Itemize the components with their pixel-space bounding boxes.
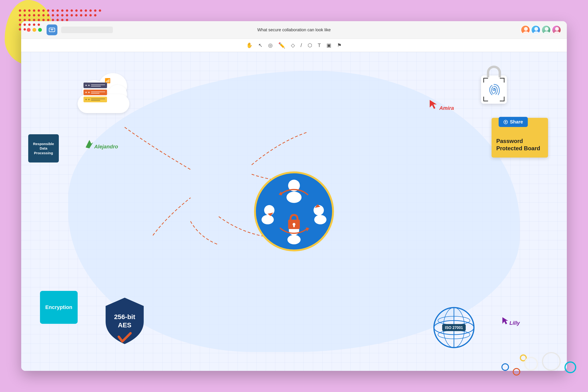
scan-corner-br bbox=[500, 97, 504, 101]
svg-point-30 bbox=[75, 14, 78, 16]
svg-text:ISO 27001: ISO 27001 bbox=[445, 326, 463, 330]
svg-point-59 bbox=[545, 27, 548, 31]
cursor-lilly-container: Lilly bbox=[502, 316, 520, 326]
lock-body bbox=[481, 76, 507, 104]
avatar-4 bbox=[552, 25, 561, 34]
pen-tool[interactable]: ✏️ bbox=[278, 42, 285, 49]
lilly-name: Lilly bbox=[510, 320, 520, 326]
globe-container: ISO 27001 bbox=[430, 304, 478, 352]
svg-point-1 bbox=[24, 10, 26, 12]
cursor-tool[interactable]: ↖ bbox=[258, 42, 262, 48]
svg-point-39 bbox=[38, 19, 40, 21]
svg-marker-91 bbox=[430, 100, 437, 109]
fingerprint-badge bbox=[478, 76, 510, 113]
svg-point-38 bbox=[33, 19, 35, 21]
scan-corner-tl bbox=[483, 78, 488, 82]
svg-point-66 bbox=[288, 235, 300, 244]
highlighter-tool[interactable]: ◇ bbox=[291, 42, 295, 48]
svg-point-15 bbox=[90, 10, 92, 12]
svg-point-70 bbox=[314, 215, 326, 224]
svg-point-4 bbox=[38, 10, 40, 12]
lock-shackle bbox=[487, 66, 501, 77]
frame-tool[interactable]: ▣ bbox=[326, 42, 332, 48]
rdp-box: Responsible Data Processing bbox=[28, 134, 59, 162]
deco-circle-cyan bbox=[564, 362, 576, 373]
amira-label: Amira bbox=[439, 105, 454, 111]
ppb-title: Password Protected Board bbox=[496, 137, 543, 152]
svg-marker-93 bbox=[502, 317, 508, 324]
svg-point-62 bbox=[554, 31, 560, 34]
svg-point-14 bbox=[85, 10, 87, 12]
canvas-area[interactable]: 📶 Responsible Data Processing bbox=[21, 52, 567, 371]
avatar-2 bbox=[531, 25, 540, 34]
svg-point-2 bbox=[28, 10, 30, 12]
svg-point-61 bbox=[555, 27, 559, 31]
share-icon bbox=[503, 120, 508, 124]
svg-point-9 bbox=[61, 10, 64, 12]
shape-tool[interactable]: ⬡ bbox=[308, 42, 312, 48]
cursor-alejandro-container: Alejandro bbox=[85, 139, 118, 150]
svg-point-42 bbox=[52, 19, 54, 21]
svg-point-31 bbox=[80, 14, 82, 16]
scan-corner-bl bbox=[483, 97, 488, 101]
svg-point-56 bbox=[523, 31, 529, 34]
svg-point-48 bbox=[28, 24, 30, 26]
svg-point-35 bbox=[19, 19, 21, 21]
svg-marker-92 bbox=[86, 140, 93, 148]
line-tool[interactable]: / bbox=[300, 42, 302, 48]
deco-circles bbox=[502, 352, 576, 371]
eraser-tool[interactable]: ◎ bbox=[268, 42, 272, 48]
server-stack: 📶 bbox=[84, 82, 107, 104]
svg-point-18 bbox=[19, 14, 21, 16]
svg-point-7 bbox=[52, 10, 54, 12]
avatar-1 bbox=[521, 25, 530, 34]
svg-point-34 bbox=[94, 14, 96, 16]
svg-point-5 bbox=[42, 10, 45, 12]
alejandro-name: Alejandro bbox=[94, 144, 118, 150]
svg-point-58 bbox=[533, 31, 539, 34]
svg-point-57 bbox=[534, 27, 538, 31]
svg-point-29 bbox=[70, 14, 73, 16]
server-bar-orange bbox=[84, 90, 107, 95]
alejandro-label: Alejandro bbox=[94, 144, 118, 150]
browser-window: What secure collaboration can look like … bbox=[21, 21, 567, 371]
window-title: What secure collaboration can look like bbox=[257, 28, 331, 32]
title-text: What secure collaboration can look like bbox=[257, 28, 331, 32]
shield-svg: 256-bit AES bbox=[101, 296, 148, 347]
text-tool[interactable]: T bbox=[318, 42, 321, 48]
svg-point-12 bbox=[75, 10, 78, 12]
svg-point-20 bbox=[28, 14, 30, 16]
shield-container: 256-bit AES bbox=[101, 296, 148, 347]
hand-tool[interactable]: ✋ bbox=[246, 42, 252, 48]
fingerprint-svg bbox=[487, 82, 501, 97]
svg-point-68 bbox=[262, 215, 274, 224]
svg-point-21 bbox=[33, 14, 35, 16]
svg-point-45 bbox=[66, 19, 68, 21]
svg-point-46 bbox=[19, 24, 21, 26]
share-label: Share bbox=[510, 119, 523, 125]
svg-text:256-bit: 256-bit bbox=[114, 313, 135, 320]
scan-corner-tr bbox=[500, 78, 504, 82]
server-bar-dark bbox=[84, 82, 107, 88]
share-button[interactable]: Share bbox=[498, 117, 528, 127]
deco-circle-white-large bbox=[524, 357, 538, 371]
rdp-label: Responsible Data Processing bbox=[31, 142, 56, 156]
server-bar-yellow bbox=[84, 97, 107, 102]
flag-tool[interactable]: ⚑ bbox=[337, 42, 342, 48]
svg-point-41 bbox=[47, 19, 50, 21]
lilly-cursor bbox=[502, 316, 508, 325]
svg-point-13 bbox=[80, 10, 82, 12]
svg-point-33 bbox=[90, 14, 92, 16]
avatar-3 bbox=[542, 25, 551, 34]
ppb-card: Share Password Protected Board bbox=[492, 118, 548, 158]
svg-point-78 bbox=[493, 89, 495, 90]
svg-point-60 bbox=[544, 31, 550, 34]
svg-point-28 bbox=[66, 14, 68, 16]
people-circle-svg bbox=[259, 176, 329, 247]
svg-point-3 bbox=[33, 10, 35, 12]
svg-point-64 bbox=[286, 192, 302, 203]
svg-point-25 bbox=[52, 14, 54, 16]
svg-point-37 bbox=[28, 19, 30, 21]
svg-point-52 bbox=[24, 28, 26, 30]
svg-point-19 bbox=[24, 14, 26, 16]
